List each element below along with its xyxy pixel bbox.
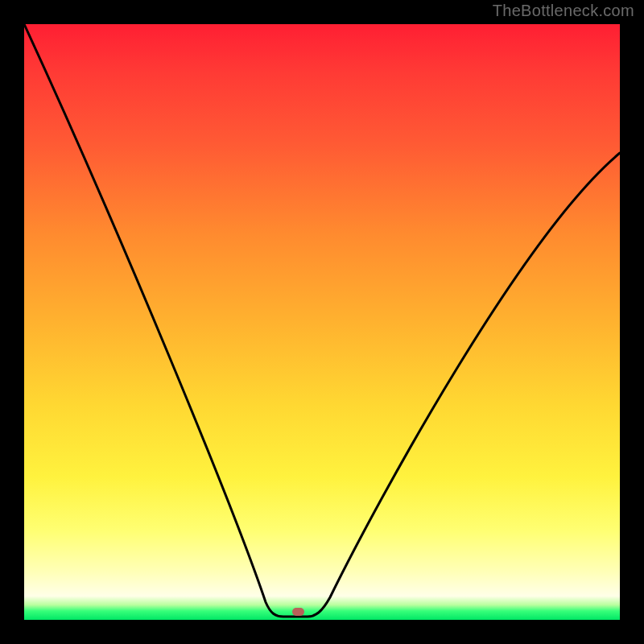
chart-stage: TheBottleneck.com	[0, 0, 644, 644]
optimal-marker	[292, 608, 304, 616]
bottleneck-curve	[24, 24, 620, 620]
watermark-text: TheBottleneck.com	[493, 2, 634, 20]
plot-area	[24, 24, 620, 620]
curve-path	[24, 24, 620, 617]
